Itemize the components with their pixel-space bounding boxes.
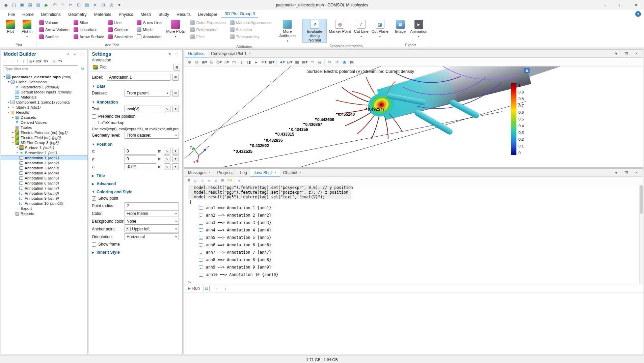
zoom-box-icon[interactable]: ◉▾ xyxy=(201,59,208,65)
open-file-icon[interactable]: ▣ xyxy=(18,1,26,9)
ribbon-button-surface[interactable]: Surface xyxy=(38,33,72,40)
expression-menu-icon[interactable]: ▼ xyxy=(172,163,179,170)
tree-item-streamline-1[interactable]: ▸Streamline 1{str1} xyxy=(1,150,87,155)
section-coloring-and-style[interactable]: ▼ Coloring and Style xyxy=(92,190,179,194)
collapse-all-icon[interactable]: ⊟ xyxy=(51,58,57,64)
close-tab-icon[interactable]: × xyxy=(299,171,301,174)
tree-item-3d-plot-group-3[interactable]: ▾3D Plot Group 3{pg3} xyxy=(1,140,87,145)
ribbon-button-arrow-volume[interactable]: Arrow Volume xyxy=(38,26,72,33)
search-plot-icon[interactable]: ◎ xyxy=(316,59,323,65)
zoom-out-icon[interactable]: ⊖ xyxy=(193,59,200,65)
search-model-icon[interactable]: ◎ xyxy=(107,1,115,9)
ribbon-button-contour[interactable]: Contour xyxy=(107,26,135,33)
ribbon-button-cut-line[interactable]: Cut Line▾ xyxy=(353,19,370,39)
section-title[interactable]: ▶ Title xyxy=(92,173,179,178)
plot-group-indicator-icon[interactable]: ▦ xyxy=(524,68,530,73)
range-icon[interactable]: ∿ xyxy=(164,148,170,155)
tree-right-arrow-icon[interactable]: ▸ xyxy=(16,151,19,154)
tree-item-annotation-4[interactable]: Annotation 4{ann4} xyxy=(1,170,87,175)
menu-tab-results[interactable]: Results xyxy=(173,11,194,18)
refresh-icon[interactable]: ↻ xyxy=(80,66,85,72)
move-down-icon[interactable]: ↓ xyxy=(21,58,26,64)
tab-convergence-plot-1[interactable]: Convergence Plot 1× xyxy=(208,50,254,57)
menu-tab-developer[interactable]: Developer xyxy=(195,11,221,18)
ribbon-button-arrow-line[interactable]: Arrow Line xyxy=(135,19,164,26)
minimize-panel-icon[interactable]: ▾ xyxy=(612,169,620,176)
auto-refresh-icon[interactable]: ↺ xyxy=(333,59,340,65)
background-color-select[interactable]: None ▼ xyxy=(125,218,179,225)
ribbon-button-deformation[interactable]: Deformation xyxy=(189,26,229,33)
tab-graphics[interactable]: Graphics xyxy=(185,50,208,57)
menu-tab-materials[interactable]: Materials xyxy=(91,11,115,18)
expression-menu-icon[interactable]: ▼ xyxy=(172,148,179,155)
minimize-panel-icon[interactable]: ▾ xyxy=(612,50,620,57)
range-icon[interactable]: ∿ xyxy=(164,163,170,170)
tree-item-annotation-3[interactable]: Annotation 3{ann3} xyxy=(1,165,87,170)
tree-item-annotation-1[interactable]: Annotation 1{ann1} xyxy=(1,155,87,160)
indent-icon[interactable]: » xyxy=(199,177,205,184)
ribbon-button-transparency[interactable]: Transparency xyxy=(229,33,274,40)
close-tab-icon[interactable]: × xyxy=(209,171,211,174)
ribbon-button-color-expression[interactable]: Color Expression xyxy=(189,19,229,26)
tree-item-electric-field-ec[interactable]: ▸Electric Field (ec){pg2} xyxy=(1,135,87,140)
ribbon-button-plot[interactable]: Plot xyxy=(3,19,18,34)
tree-down-arrow-icon[interactable]: ▾ xyxy=(2,75,6,78)
tree-item-export[interactable]: Export xyxy=(1,206,87,211)
minimize-button[interactable]: – xyxy=(597,0,613,10)
app-logo-icon[interactable]: ◆ xyxy=(2,1,10,9)
panel-menu-icon[interactable]: ▾ xyxy=(72,51,78,57)
scrollbar-thumb[interactable] xyxy=(640,185,643,214)
tab-progress[interactable]: Progress xyxy=(214,169,237,176)
view-yz-icon[interactable]: ◫ xyxy=(238,59,245,65)
ribbon-button-isosurface[interactable]: Isosurface xyxy=(72,26,107,33)
move-up-icon[interactable]: ↑ xyxy=(15,58,20,64)
ribbon-button-filter[interactable]: Filter xyxy=(189,33,229,40)
assign-icon[interactable]: a= xyxy=(193,177,198,184)
expression-menu-icon[interactable]: ▼ xyxy=(172,156,179,162)
z-position-input[interactable] xyxy=(125,163,156,170)
menu-tab-physics[interactable]: Physics xyxy=(115,11,136,18)
tree-item-annotation-5[interactable]: Annotation 5{ann5} xyxy=(1,175,87,180)
run-model-icon[interactable]: ▶ xyxy=(43,1,50,9)
tree-right-arrow-icon[interactable]: ▸ xyxy=(11,116,15,119)
menu-tab-mesh[interactable]: Mesh xyxy=(137,11,155,18)
tab-chatbot[interactable]: Chatbot× xyxy=(280,169,305,176)
ribbon-button-more-plots[interactable]: More Plots▾ xyxy=(165,19,186,39)
zoom-in-icon[interactable]: ⊕ xyxy=(186,59,193,65)
ribbon-button-evaluate-along-normal[interactable]: Evaluate Along Normal xyxy=(302,19,327,43)
undo-icon[interactable]: ↶ xyxy=(51,1,58,9)
print-plot-icon[interactable]: ▤ xyxy=(348,59,355,65)
tree-item-annotation-10[interactable]: Annotation 10{ann10} xyxy=(1,201,87,206)
zoom-extents-icon[interactable]: ⊞ xyxy=(209,59,215,65)
save-as-icon[interactable]: ▥ xyxy=(34,1,42,9)
expression-menu-icon[interactable]: ▼ xyxy=(172,106,179,112)
float-panel-icon[interactable]: ⊡ xyxy=(174,51,180,57)
tree-right-arrow-icon[interactable]: ▸ xyxy=(7,101,10,104)
ribbon-button-marker-point[interactable]: Marker Point xyxy=(328,19,352,34)
window-layout-icon[interactable]: ⊟▾ xyxy=(286,59,293,65)
tab-java-shell[interactable]: Java Shell× xyxy=(250,169,280,176)
list-icon[interactable]: ▤ xyxy=(220,177,225,184)
shift-lines-icon[interactable]: ⇅ xyxy=(186,177,192,184)
tree-item-tables[interactable]: Tables xyxy=(1,125,87,130)
show-icon[interactable]: ◎▾ xyxy=(29,58,35,64)
align-icon[interactable]: ≡ xyxy=(213,177,219,184)
insert-expression-icon[interactable]: ∿ xyxy=(164,106,170,112)
ribbon-button-animation[interactable]: Animation▾ xyxy=(409,19,428,39)
tree-item-study-1[interactable]: ▸Study 1{std1} xyxy=(1,105,87,110)
java-shell-input[interactable] xyxy=(184,292,643,355)
tree-item-annotation-9[interactable]: Annotation 9{ann9} xyxy=(1,196,87,201)
ribbon-button-mesh[interactable]: Mesh xyxy=(135,26,164,33)
command-window-icon[interactable]: ▤ xyxy=(204,286,210,291)
show-frame-checkbox[interactable] xyxy=(92,242,96,247)
geometry-level-select[interactable]: From dataset ▼ xyxy=(125,132,179,139)
menu-tab-home[interactable]: Home xyxy=(19,11,37,18)
tree-item-materials[interactable]: Materials xyxy=(1,94,87,100)
y-position-input[interactable] xyxy=(125,156,156,162)
tree-item-annotation-6[interactable]: Annotation 6{ann6} xyxy=(1,180,87,186)
tree-down-arrow-icon[interactable]: ▾ xyxy=(11,141,15,144)
tree-item-pacemaker-electrode-mph[interactable]: ▾pacemaker_electrode.mph(root) xyxy=(1,74,87,79)
ribbon-button-selection[interactable]: Selection xyxy=(229,26,274,33)
annotation-text-input[interactable] xyxy=(125,106,162,112)
menu-tab-definitions[interactable]: Definitions xyxy=(38,11,64,18)
